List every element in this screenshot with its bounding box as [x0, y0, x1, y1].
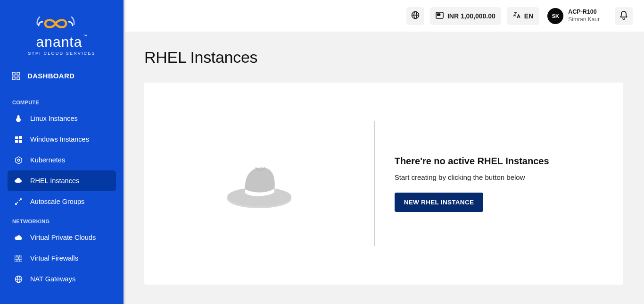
- empty-text-column: There're no active RHEL Instances Start …: [375, 156, 623, 212]
- sidebar-item-nat-gateways[interactable]: NAT Gateways: [8, 269, 116, 289]
- svg-rect-3: [17, 77, 20, 80]
- nat-icon: [14, 275, 23, 283]
- illustration-column: [144, 155, 374, 212]
- sidebar-item-virtual-firewalls[interactable]: Virtual Firewalls: [8, 248, 116, 269]
- nav-label: Windows Instances: [30, 135, 89, 143]
- balance-chip[interactable]: INR 1,00,000.00: [430, 7, 501, 25]
- firewall-icon: [14, 254, 23, 262]
- globe-button[interactable]: [406, 7, 424, 25]
- username: Simran Kaur: [568, 16, 600, 23]
- linux-icon: [14, 114, 23, 123]
- fedora-hat-icon: [222, 155, 297, 212]
- page-title: RHEL Instances: [144, 48, 623, 67]
- dashboard-label: DASHBOARD: [27, 72, 74, 80]
- language-chip[interactable]: EN: [507, 7, 539, 25]
- sidebar-item-rhel-instances[interactable]: RHEL Instances: [8, 170, 116, 191]
- sidebar-item-windows-instances[interactable]: Windows Instances: [8, 129, 116, 150]
- svg-rect-5: [19, 136, 22, 139]
- svg-rect-25: [437, 14, 440, 16]
- bell-icon: [619, 10, 628, 22]
- section-networking-label: NETWORKING: [8, 212, 116, 227]
- language-text: EN: [524, 12, 533, 20]
- balance-text: INR 1,00,000.00: [447, 12, 495, 20]
- windows-icon: [14, 135, 23, 144]
- nav-label: NAT Gateways: [30, 275, 75, 283]
- svg-marker-8: [16, 157, 22, 164]
- section-compute-label: COMPUTE: [8, 93, 116, 108]
- dashboard-icon: [12, 72, 20, 80]
- nav-label: RHEL Instances: [30, 177, 79, 185]
- sidebar-item-linux-instances[interactable]: Linux Instances: [8, 108, 116, 129]
- empty-subtitle: Start creating by clicking the button be…: [395, 173, 623, 181]
- svg-rect-4: [15, 136, 18, 139]
- empty-title: There're no active RHEL Instances: [395, 156, 623, 167]
- cloud-icon: [14, 233, 23, 242]
- translate-icon: [512, 11, 520, 21]
- main: INR 1,00,000.00 EN SK ACP-R100 Simran Ka…: [124, 0, 644, 304]
- svg-rect-0: [12, 72, 15, 75]
- svg-rect-2: [12, 77, 15, 80]
- notifications-button[interactable]: [615, 7, 633, 25]
- kubernetes-icon: [14, 156, 23, 164]
- autoscale-icon: [14, 197, 23, 206]
- svg-rect-6: [15, 140, 18, 143]
- infinity-cloud-icon: [36, 12, 88, 35]
- nav-label: Linux Instances: [30, 115, 78, 122]
- svg-point-9: [17, 159, 19, 161]
- sidebar-item-kubernetes[interactable]: Kubernetes: [8, 150, 116, 170]
- account-id: ACP-R100: [568, 8, 600, 16]
- user-menu[interactable]: SK ACP-R100 Simran Kaur: [545, 8, 603, 24]
- new-rhel-instance-button[interactable]: NEW RHEL INSTANCE: [395, 193, 484, 212]
- sidebar-item-vpc[interactable]: Virtual Private Clouds: [8, 227, 116, 248]
- nav-label: Autoscale Groups: [30, 198, 84, 205]
- wallet-icon: [436, 12, 444, 20]
- rhel-icon: [14, 177, 23, 185]
- nav-label: Virtual Firewalls: [30, 254, 78, 262]
- content: RHEL Instances There're no active RHEL I…: [124, 32, 644, 301]
- brand-tagline: STPI CLOUD SERVICES: [0, 51, 124, 56]
- avatar: SK: [547, 8, 563, 24]
- empty-state-card: There're no active RHEL Instances Start …: [144, 83, 623, 285]
- sidebar: ananta™ STPI CLOUD SERVICES DASHBOARD CO…: [0, 0, 124, 304]
- globe-icon: [411, 11, 420, 21]
- trademark: ™: [83, 34, 87, 38]
- nav-label: Virtual Private Clouds: [30, 234, 96, 241]
- sidebar-item-dashboard[interactable]: DASHBOARD: [8, 64, 116, 88]
- svg-rect-1: [17, 72, 20, 75]
- sidebar-nav: COMPUTE Linux Instances Windows Instance…: [0, 88, 124, 289]
- brand-logo: ananta™ STPI CLOUD SERVICES: [0, 0, 124, 64]
- user-meta: ACP-R100 Simran Kaur: [568, 8, 600, 23]
- svg-rect-7: [19, 140, 22, 143]
- nav-label: Kubernetes: [30, 156, 65, 164]
- brand-name: ananta: [36, 34, 83, 50]
- topbar: INR 1,00,000.00 EN SK ACP-R100 Simran Ka…: [124, 0, 644, 32]
- sidebar-item-autoscale-groups[interactable]: Autoscale Groups: [8, 191, 116, 212]
